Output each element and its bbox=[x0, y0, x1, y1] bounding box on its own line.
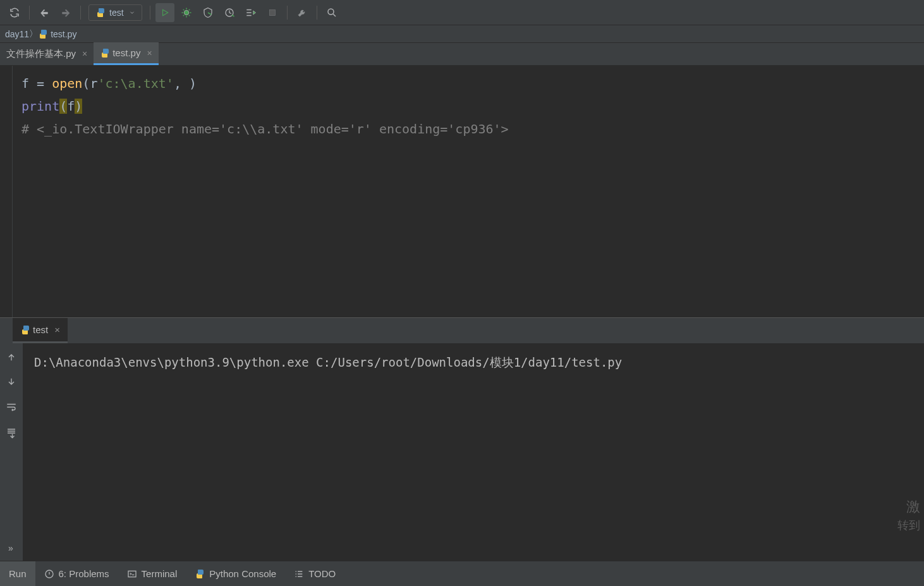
chevron-right-icon: 〉 bbox=[29, 28, 38, 40]
run-config-selector[interactable]: test bbox=[88, 4, 142, 21]
tab-label: test.py bbox=[112, 47, 140, 58]
svg-rect-5 bbox=[128, 571, 136, 577]
bottom-toolbar: Run 6: Problems Terminal Python Console … bbox=[0, 561, 924, 586]
build-icon[interactable] bbox=[293, 3, 312, 22]
coverage-icon[interactable] bbox=[198, 3, 217, 22]
python-file-icon bbox=[100, 48, 110, 58]
main-toolbar: test bbox=[0, 0, 924, 25]
run-tool-window: test × » D:\Anaconda3\envs\python3.9\pyt… bbox=[0, 317, 924, 561]
arrow-up-icon[interactable] bbox=[6, 352, 16, 364]
python-file-icon bbox=[38, 29, 48, 39]
debug-icon[interactable] bbox=[177, 3, 196, 22]
profile-icon[interactable] bbox=[220, 3, 239, 22]
svg-point-3 bbox=[328, 9, 334, 15]
back-icon[interactable] bbox=[35, 3, 54, 22]
python-icon bbox=[195, 569, 205, 579]
more-icon[interactable]: » bbox=[8, 543, 15, 553]
label: 6: Problems bbox=[59, 568, 109, 579]
output-line: D:\Anaconda3\envs\python3.9\python.exe C… bbox=[34, 355, 622, 369]
tool-todo[interactable]: TODO bbox=[285, 561, 344, 586]
label: TODO bbox=[308, 568, 336, 579]
close-icon[interactable]: × bbox=[82, 49, 87, 59]
editor-tab-inactive[interactable]: 文件操作基本.py × bbox=[0, 42, 94, 65]
soft-wrap-icon[interactable] bbox=[6, 401, 17, 415]
code-line: f = open(r'c:\a.txt', ) bbox=[21, 76, 197, 91]
svg-rect-2 bbox=[269, 9, 275, 15]
editor-tabbar: 文件操作基本.py × test.py × bbox=[0, 43, 924, 66]
run-tab-active[interactable]: test × bbox=[13, 318, 68, 343]
run-config-label: test bbox=[109, 8, 124, 18]
code-line: # <_io.TextIOWrapper name='c:\\a.txt' mo… bbox=[21, 121, 509, 137]
tool-python-console[interactable]: Python Console bbox=[186, 561, 285, 586]
code-area[interactable]: f = open(r'c:\a.txt', ) print(f) # <_io.… bbox=[13, 66, 518, 317]
sync-icon[interactable] bbox=[5, 3, 24, 22]
label: Python Console bbox=[209, 568, 276, 579]
arrow-down-icon[interactable] bbox=[6, 377, 16, 389]
breadcrumb-item-file[interactable]: test.py bbox=[38, 29, 76, 39]
run-tab-label: test bbox=[33, 324, 48, 335]
tool-terminal[interactable]: Terminal bbox=[118, 561, 186, 586]
run-output[interactable]: D:\Anaconda3\envs\python3.9\python.exe C… bbox=[23, 343, 924, 561]
code-line: print(f) bbox=[21, 99, 82, 114]
run-sidebar: » bbox=[0, 343, 23, 561]
breadcrumb-label: test.py bbox=[51, 29, 76, 39]
close-icon[interactable]: × bbox=[54, 324, 60, 335]
editor-tab-active[interactable]: test.py × bbox=[94, 42, 158, 65]
scroll-to-end-icon[interactable] bbox=[6, 427, 17, 441]
svg-point-0 bbox=[184, 10, 189, 15]
python-icon bbox=[95, 8, 106, 18]
stop-icon[interactable] bbox=[263, 3, 282, 22]
tool-run[interactable]: Run bbox=[0, 561, 35, 586]
search-icon[interactable] bbox=[322, 3, 341, 22]
tool-problems[interactable]: 6: Problems bbox=[35, 561, 118, 586]
breadcrumb-label: day11 bbox=[5, 29, 29, 39]
run-tabbar: test × bbox=[0, 318, 924, 343]
run-icon[interactable] bbox=[155, 3, 174, 22]
label: Terminal bbox=[142, 568, 178, 579]
breadcrumb: day11 〉 test.py bbox=[0, 25, 924, 43]
python-icon bbox=[20, 325, 30, 335]
run-to-cursor-icon[interactable] bbox=[241, 3, 260, 22]
tab-label: 文件操作基本.py bbox=[6, 48, 76, 60]
label: Run bbox=[9, 568, 27, 579]
editor-gutter bbox=[0, 66, 13, 317]
breadcrumb-item-folder[interactable]: day11 bbox=[5, 29, 29, 39]
forward-icon[interactable] bbox=[56, 3, 75, 22]
close-icon[interactable]: × bbox=[147, 48, 152, 58]
code-editor[interactable]: f = open(r'c:\a.txt', ) print(f) # <_io.… bbox=[0, 66, 924, 317]
